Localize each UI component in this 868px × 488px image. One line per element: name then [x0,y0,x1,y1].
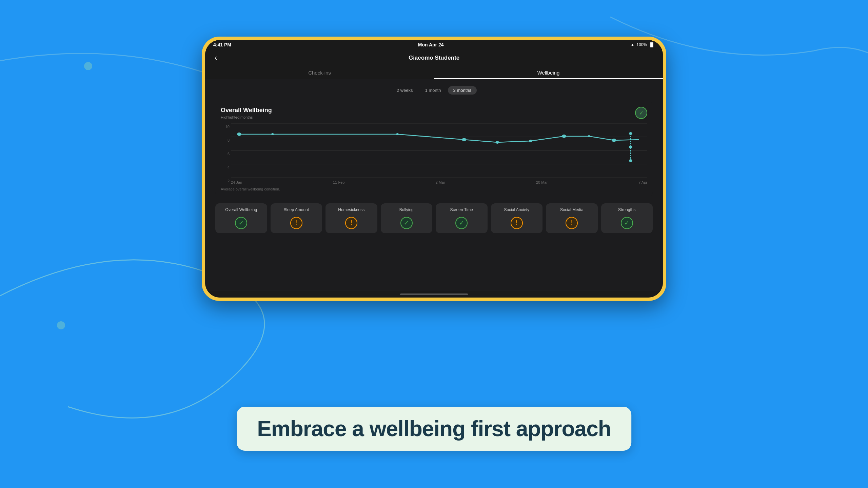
status-warn-icon: ! [511,217,523,229]
card-homesickness[interactable]: Homesickness ! [326,203,377,233]
y-label-10: 10 [221,125,230,129]
card-label: Sleep Amount [283,207,309,213]
card-bullying[interactable]: Bullying ✓ [381,203,433,233]
card-label: Screen Time [450,207,473,213]
card-social-anxiety[interactable]: Social Anxiety ! [491,203,543,233]
bottom-text-box: Embrace a wellbeing first approach [237,407,631,451]
tab-bar: Check-ins Wellbeing [205,66,663,79]
status-ok-icon: ✓ [235,217,247,229]
chart-title: Overall Wellbeing [221,107,647,114]
nav-bar: ‹ Giacomo Studente [205,49,663,66]
chart-subtitle: Highlighted months [221,115,647,119]
status-warn-icon: ! [345,217,357,229]
filter-1month[interactable]: 1 month [420,86,447,95]
card-label: Social Media [560,207,584,213]
x-label-jan: 24 Jan [231,180,242,184]
home-indicator [205,291,663,298]
svg-point-10 [396,133,399,135]
svg-point-18 [629,132,632,135]
status-time: 4:41 PM [213,42,231,47]
bottom-tagline: Embrace a wellbeing first approach [257,416,611,441]
status-warn-icon: ! [566,217,578,229]
battery-label: 100% [636,42,647,47]
filter-3months[interactable]: 3 months [448,86,477,95]
card-label: Bullying [399,207,414,213]
x-label-mar2: 20 Mar [536,180,548,184]
card-overall-wellbeing[interactable]: Overall Wellbeing ✓ [215,203,267,233]
tablet-screen: 4:41 PM Mon Apr 24 ▲ 100% ▐▌ ‹ Giacomo S… [205,40,663,298]
status-bar: 4:41 PM Mon Apr 24 ▲ 100% ▐▌ [205,40,663,49]
x-labels: 24 Jan 11 Feb 2 Mar 20 Mar 7 Apr [231,180,647,184]
status-ok-icon: ✓ [400,217,413,229]
svg-point-15 [588,135,590,137]
svg-point-12 [496,141,499,144]
chart-status-icon: ✓ [635,107,647,119]
card-label: Social Anxiety [504,207,529,213]
svg-point-11 [462,138,466,141]
chart-section: ✓ Overall Wellbeing Highlighted months 1… [215,101,653,197]
filter-2weeks[interactable]: 2 weeks [391,86,418,95]
wellbeing-chart [231,123,647,178]
y-label-8: 8 [221,138,230,142]
tab-wellbeing[interactable]: Wellbeing [434,66,663,79]
wifi-icon: ▲ [630,42,634,47]
card-screen-time[interactable]: Screen Time ✓ [436,203,488,233]
card-social-media[interactable]: Social Media ! [546,203,598,233]
chart-caption: Average overall wellbeing condition. [221,187,647,191]
x-label-apr: 7 Apr [638,180,647,184]
nav-title: Giacomo Studente [409,55,459,61]
back-button[interactable]: ‹ [212,52,220,64]
svg-point-13 [529,140,532,142]
svg-point-0 [84,62,92,70]
card-sleep-amount[interactable]: Sleep Amount ! [271,203,322,233]
x-label-mar1: 2 Mar [436,180,445,184]
svg-point-14 [562,135,566,138]
svg-point-8 [237,133,241,136]
status-ok-icon: ✓ [455,217,468,229]
x-label-feb: 11 Feb [333,180,344,184]
tablet-frame: 4:41 PM Mon Apr 24 ▲ 100% ▐▌ ‹ Giacomo S… [202,37,666,301]
status-icons: ▲ 100% ▐▌ [630,42,655,47]
home-bar [400,293,468,295]
chart-area: 10 8 6 4 2 [231,123,647,184]
tab-checkins[interactable]: Check-ins [205,66,434,79]
svg-point-16 [612,139,616,142]
status-warn-icon: ! [290,217,302,229]
card-label: Homesickness [338,207,364,213]
y-label-2: 2 [221,179,230,183]
category-grid: Overall Wellbeing ✓ Sleep Amount ! Homes… [215,203,653,233]
svg-point-19 [629,146,632,148]
time-filter: 2 weeks 1 month 3 months [215,86,653,95]
status-ok-icon: ✓ [621,217,633,229]
battery-icon: ▐▌ [649,42,655,47]
y-label-6: 6 [221,152,230,156]
svg-point-1 [57,321,65,329]
svg-point-20 [629,159,632,162]
content-area: 2 weeks 1 month 3 months ✓ Overall Wellb… [205,79,663,291]
status-date: Mon Apr 24 [418,42,444,47]
card-label: Strengths [618,207,635,213]
svg-point-9 [271,133,274,135]
card-label: Overall Wellbeing [225,207,257,213]
tablet-device: 4:41 PM Mon Apr 24 ▲ 100% ▐▌ ‹ Giacomo S… [202,37,666,301]
card-strengths[interactable]: Strengths ✓ [601,203,653,233]
y-label-4: 4 [221,165,230,169]
